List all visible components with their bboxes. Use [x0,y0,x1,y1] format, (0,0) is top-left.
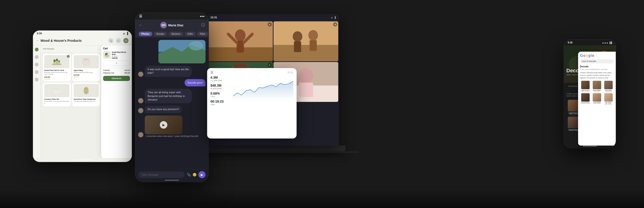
received-msg-video: ▶ I remember when mine were 7 years old … [138,115,206,137]
shipping-label: Shipping Cost [103,72,114,74]
info-icon[interactable]: ⓘ [201,23,205,28]
g-cast-name-1: Lydia Franco [580,90,591,91]
tab-overview[interactable]: Overview [566,84,580,90]
g-cast-name-4: Yousef Fanos [580,102,591,104]
g-cast-2: Emily Miller Dr. Sarah [592,81,602,93]
google-search-bar[interactable]: cast of Decode [580,59,614,63]
back-arrow-icon[interactable]: ← [139,23,142,27]
tab-photos[interactable]: Photos [139,32,152,36]
tab-files[interactable]: Files [197,32,208,36]
search-icon[interactable]: 🔍 [108,38,114,43]
tablet-shopping: 9:30 ▲ ▐ ← Wood & House's Products 🔍 🛒 J… [33,30,132,162]
cart-item-img-1 [103,51,111,59]
svg-point-4 [54,59,56,62]
cart-item-sub-1: for desk [112,55,130,57]
received-msg-3: Do you have any pictures?! [138,106,206,113]
home-indicator-movie [583,146,597,146]
product-img-4 [44,84,70,97]
emoji-icon[interactable]: 😊 [192,173,196,177]
product-name-4: Ceramic Plate Set [44,98,70,100]
shop-sidebar [33,45,40,158]
time-movie: 9:30 [568,41,572,44]
sidebar-tag[interactable] [35,55,38,59]
g-cast-role-6: Nola Herrera [603,104,614,105]
avatar-received-4 [138,132,143,137]
svg-marker-51 [233,81,293,100]
sent-msg-sounds-good: Sounds good [138,79,206,86]
svg-point-26 [189,41,203,50]
product-stars-2: ★★★★☆ [74,76,99,78]
battery-icon: ▐ [126,32,128,35]
photos-header: 10:31 ▲ ▐ [207,14,339,21]
avatar-received-3 [138,108,143,113]
google-cast-grid: Lydia Franco Nora Herrera Emily Miller D… [580,81,614,105]
cart-summary: Subtotal £39.00 Shipping Cost $00.00 [103,68,130,74]
product-price-2: £19.00 [74,74,99,76]
product-desc-4: Hand made in our personal kiln, with a [44,101,70,104]
decode-result-desc: Thriller starring Emily Miller and Lydia… [580,71,614,79]
attachment-icon[interactable]: 📎 [187,173,191,177]
analytics-menu-icon[interactable]: ☰ [210,70,214,74]
product-card-5[interactable]: Aluminum Tape Dispenser The greatest dis… [72,83,100,106]
product-desc-1: Beautiful made from wood and fits up to … [44,72,70,76]
metric-change-1: +1,324 (3%) [210,79,229,82]
svg-point-29 [235,29,246,41]
status-bar-messaging: ☰ ●●● [135,13,208,19]
profile-icon[interactable]: JD [123,38,128,43]
metric-change-3: +2% [210,95,229,98]
home-indicator-shopping [73,159,92,160]
laptop-foot [187,151,359,153]
photo-cell-1[interactable]: ⊕ [208,21,273,61]
svg-point-45 [299,68,313,84]
product-img-5 [74,84,99,97]
wifi-icon: ▲ [123,32,125,35]
cart-icon[interactable]: 🛒 [116,38,121,43]
results-count: 246 Results [43,48,54,50]
analytics-body: 4.3M +1,324 (3%) $48.3M -4,313 (1%) 0.68… [207,76,296,106]
menu-icon[interactable]: ☰ [139,14,142,18]
product-card-1[interactable]: Small Plant Sill for desk Beautiful made… [43,54,71,81]
home-indicator-messaging [165,180,179,181]
sidebar-person[interactable] [35,70,38,74]
bubble-sent-sounds-good: Sounds good [184,79,206,86]
message-input[interactable]: Type message [138,171,185,178]
checkout-button[interactable]: Checkout [103,76,130,81]
received-msg-2: They are all doing super well, Benjamin … [138,89,206,103]
sidebar-bell[interactable] [35,78,38,82]
product-price-1: £39.99 [44,76,70,78]
metric-revenue: $48.3M -4,313 (1%) [210,84,229,90]
tab-emojis[interactable]: Emojis [154,32,167,36]
g-cast-role-1: Nora Herrera [580,91,591,93]
messaging-header: ← MD Maria Diaz ⓘ [135,19,208,30]
tab-stickers[interactable]: Stickers [168,32,183,36]
photo-badge-1: ⊕ [268,22,272,26]
product-name-1: Small Plant Sill for desk [44,69,70,71]
svg-rect-34 [274,45,338,61]
back-icon[interactable]: ← [36,39,39,42]
tab-gifts[interactable]: Gifts [185,32,196,36]
play-button[interactable]: ▶ [160,121,167,129]
decode-result-meta: 2022 • Sci-Fi/Adventure • 2h 20m [580,68,614,70]
send-button[interactable]: ▶ [198,171,206,178]
metric-value-2: $48.3M [210,84,229,87]
photo-cell-2[interactable]: ⊕ [274,21,338,61]
decode-search-result: Decode 2022 • Sci-Fi/Adventure • 2h 20m … [580,65,614,79]
svg-point-5 [56,59,58,61]
bubble-received-2: They are all doing super well, Benjamin … [145,89,192,103]
cart-item-1: Small Plant Sill for desk for desk £39.0… [103,51,130,59]
svg-point-6 [58,60,60,62]
g-cast-name-5: Lada Nabih [592,102,602,104]
product-card-2[interactable]: Agent Mug Hand-crafted porcelain mug £19… [72,54,100,81]
cast-photo-4 [568,117,580,128]
photos-status-time: 10:31 [210,16,217,19]
contact-name: Maria Diaz [168,23,183,27]
tablet-analytics: ☰ 10:31 4.3M +1,324 (3%) $48.3M -4,313 (… [207,68,296,138]
cart-add-button[interactable]: + [103,61,130,66]
attachment-tabs: Photos Emojis Stickers Gifts Files [135,30,208,38]
cast-photo-1 [568,100,580,111]
sidebar-home[interactable] [35,48,38,51]
sidebar-heart[interactable] [35,63,38,66]
product-card-4[interactable]: Ceramic Plate Set Hand made in our perso… [43,83,71,106]
decode-result-title: Decode [580,65,614,68]
status-bar-movie: 9:30 ▲▲▲ ▐▐ [564,40,616,45]
